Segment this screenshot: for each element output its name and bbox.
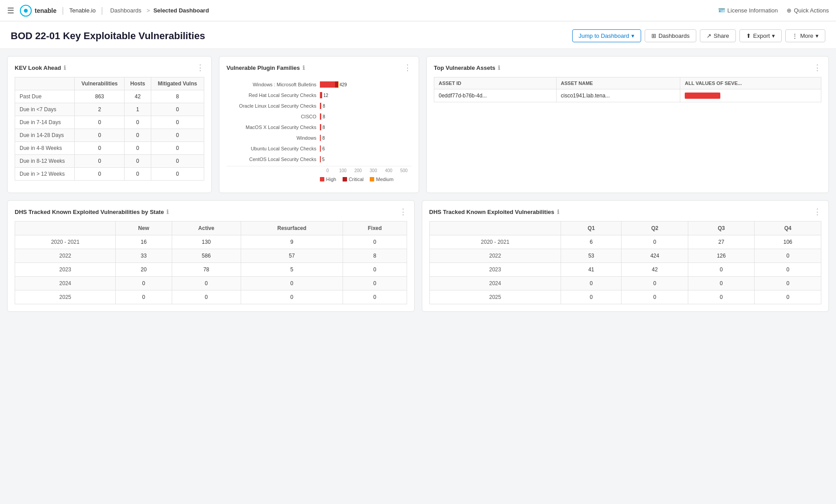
dhs1-card-header: DHS Tracked Known Exploited Vulnerabilit… — [15, 208, 407, 216]
kev-row-hosts: 0 — [125, 129, 151, 142]
tva-col-asset-id: ASSET ID — [434, 77, 557, 89]
kev-info-icon[interactable]: ℹ — [64, 65, 66, 71]
dhs2-year: 2023 — [429, 263, 561, 277]
table-row: 2022 33 586 57 8 — [15, 249, 407, 263]
bar-label: CISCO — [226, 114, 320, 119]
bar-label: Oracle Linux Local Security Checks — [226, 103, 320, 109]
dhs2-col-q1: Q1 — [561, 222, 622, 235]
dhs2-q3: 0 — [688, 263, 755, 277]
quick-actions-icon: ⊕ — [787, 7, 792, 14]
table-row: Due in 4-8 Weeks 0 0 0 — [15, 142, 204, 155]
dhs2-q4: 0 — [755, 277, 821, 290]
dhs1-year: 2024 — [15, 277, 116, 290]
dhs1-active: 586 — [172, 249, 241, 263]
license-info-link[interactable]: 🪪 License Information — [718, 7, 778, 14]
export-label: Export — [753, 32, 770, 39]
bar-label: Windows : Microsoft Bulletins — [226, 82, 320, 87]
kev-row-mitigated: 0 — [151, 142, 204, 155]
table-row: 2025 0 0 0 0 — [15, 290, 407, 304]
dhs1-table: New Active Resurfaced Fixed 2020 - 2021 … — [15, 221, 407, 304]
list-item: Windows : Microsoft Bulletins 429 — [226, 81, 412, 89]
dhs1-active: 78 — [172, 263, 241, 277]
vpf-info-icon[interactable]: ℹ — [303, 65, 305, 71]
kev-row-vulns: 0 — [75, 168, 125, 181]
vpf-card-menu[interactable]: ⋮ — [404, 64, 412, 72]
svg-point-1 — [24, 8, 28, 12]
license-label: License Information — [727, 7, 778, 14]
table-row: 2023 20 78 5 0 — [15, 263, 407, 277]
tva-card-header: Top Vulnerable Assets ℹ ⋮ — [434, 64, 821, 72]
kev-row-label: Due in 7-14 Days — [15, 116, 75, 129]
kev-card-menu[interactable]: ⋮ — [196, 64, 204, 72]
table-row: Past Due 863 42 8 — [15, 90, 204, 103]
kev-row-mitigated: 8 — [151, 90, 204, 103]
chevron-down-icon: ▾ — [631, 32, 634, 39]
bar-track: 6 — [320, 145, 412, 153]
bar-value: 8 — [323, 125, 325, 130]
share-button[interactable]: ↗ Share — [700, 29, 736, 42]
bar-high — [320, 145, 321, 152]
dhs2-q4: 106 — [755, 235, 821, 249]
dhs1-fixed: 0 — [343, 277, 407, 290]
page-title: BOD 22-01 Key Exploitable Vulnerabilitie… — [11, 30, 205, 42]
bar-track: 429 — [320, 81, 412, 89]
jump-to-dashboard-button[interactable]: Jump to Dashboard ▾ — [572, 29, 641, 42]
dhs1-fixed: 0 — [343, 235, 407, 249]
list-item: Windows 8 — [226, 134, 412, 142]
legend-label: Critical — [349, 177, 364, 182]
bar-high — [320, 124, 321, 130]
dhs2-q1: 0 — [561, 290, 622, 304]
axis-label: 400 — [381, 168, 396, 173]
dashboards-label: Dashboards — [658, 32, 690, 39]
kev-row-label: Due in 8-12 Weeks — [15, 155, 75, 168]
license-icon: 🪪 — [718, 7, 725, 14]
tva-card-menu[interactable]: ⋮ — [813, 64, 821, 72]
kev-col-empty — [15, 77, 75, 90]
hamburger-menu[interactable]: ☰ — [7, 6, 14, 16]
bar-high — [320, 113, 321, 120]
axis-label: 200 — [351, 168, 366, 173]
dhs1-card-menu[interactable]: ⋮ — [399, 208, 407, 216]
dhs1-col-active: Active — [172, 222, 241, 235]
severity-bar — [685, 93, 720, 99]
dashboard-row-2: DHS Tracked Known Exploited Vulnerabilit… — [7, 200, 829, 312]
breadcrumb-root[interactable]: Dashboards — [110, 7, 141, 14]
tenable-logo-icon — [20, 4, 32, 17]
kev-row-vulns: 2 — [75, 103, 125, 116]
bar-value: 5 — [322, 157, 325, 162]
dhs1-new: 20 — [116, 263, 172, 277]
list-item: Red Hat Local Security Checks 12 — [226, 91, 412, 99]
dhs1-resurfaced: 57 — [241, 249, 343, 263]
quick-actions-link[interactable]: ⊕ Quick Actions — [787, 7, 829, 14]
dhs1-info-icon[interactable]: ℹ — [166, 209, 169, 215]
kev-row-hosts: 0 — [125, 116, 151, 129]
product-name: Tenable.io — [69, 7, 96, 14]
kev-col-vulns: Vulnerabilities — [75, 77, 125, 90]
list-item: Oracle Linux Local Security Checks 8 — [226, 102, 412, 110]
kev-row-label: Due in <7 Days — [15, 103, 75, 116]
kev-row-vulns: 0 — [75, 129, 125, 142]
nav-right: 🪪 License Information ⊕ Quick Actions — [718, 7, 829, 14]
kev-row-mitigated: 0 — [151, 155, 204, 168]
share-label: Share — [714, 32, 729, 39]
dashboards-button[interactable]: ⊞ Dashboards — [645, 29, 696, 42]
kev-row-vulns: 0 — [75, 116, 125, 129]
export-button[interactable]: ⬆ Export ▾ — [739, 29, 782, 42]
dhs1-new: 33 — [116, 249, 172, 263]
dhs1-resurfaced: 9 — [241, 235, 343, 249]
dhs2-card-menu[interactable]: ⋮ — [813, 208, 821, 216]
tva-info-icon[interactable]: ℹ — [498, 65, 500, 71]
bar-label: CentOS Local Security Checks — [226, 157, 320, 162]
kev-col-hosts: Hosts — [125, 77, 151, 90]
dhs2-year: 2020 - 2021 — [429, 235, 561, 249]
kev-row-vulns: 0 — [75, 155, 125, 168]
dhs1-new: 16 — [116, 235, 172, 249]
table-row: Due in 14-28 Days 0 0 0 — [15, 129, 204, 142]
bar-value: 8 — [322, 136, 325, 141]
legend-label: High — [326, 177, 336, 182]
dhs2-card: DHS Tracked Known Exploited Vulnerabilit… — [422, 200, 829, 312]
kev-row-mitigated: 0 — [151, 129, 204, 142]
dhs2-info-icon[interactable]: ℹ — [557, 209, 559, 215]
dhs1-resurfaced: 0 — [241, 277, 343, 290]
more-button[interactable]: ⋮ More ▾ — [785, 29, 825, 42]
